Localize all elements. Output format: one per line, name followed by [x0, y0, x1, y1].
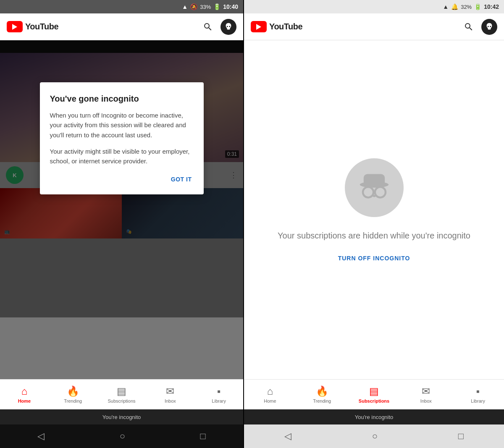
subscriptions-label: Subscriptions: [108, 398, 136, 403]
inbox-label: Inbox: [165, 398, 176, 403]
turn-off-incognito-button[interactable]: TURN OFF INCOGNITO: [338, 255, 410, 262]
right-nav-item-library[interactable]: ▪ Library: [452, 382, 504, 407]
right-library-label: Library: [471, 398, 485, 403]
search-button[interactable]: [202, 21, 214, 33]
right-incognito-avatar-button[interactable]: [481, 19, 497, 35]
svg-point-3: [490, 26, 491, 27]
svg-point-1: [229, 26, 230, 27]
svg-point-2: [488, 26, 489, 27]
got-it-button[interactable]: GOT IT: [169, 173, 194, 186]
yt-logo: YouTube: [7, 21, 58, 32]
incognito-avatar-button[interactable]: [220, 19, 236, 35]
left-incognito-bar: You're incognito: [0, 409, 243, 424]
home-button[interactable]: ○: [120, 431, 125, 442]
modal-actions: GOT IT: [50, 173, 194, 186]
trending-label: Trending: [64, 398, 82, 403]
right-nav-item-home[interactable]: ⌂ Home: [244, 382, 296, 407]
right-subscriptions-icon: ▤: [369, 385, 379, 397]
home-icon: ⌂: [21, 385, 28, 397]
left-bottom-nav: ⌂ Home 🔥 Trending ▤ Subscriptions ✉ Inbo…: [0, 379, 243, 409]
right-incognito-bar: You're incognito: [244, 409, 504, 424]
right-search-button[interactable]: [463, 21, 475, 33]
header-icons: [202, 19, 236, 35]
right-subscriptions-label: Subscriptions: [359, 398, 389, 403]
right-recents-button[interactable]: □: [458, 431, 464, 442]
right-library-icon: ▪: [476, 385, 480, 397]
right-wifi-icon: ▲: [443, 3, 449, 10]
subscriptions-icon: ▤: [117, 385, 126, 397]
battery-percent: 33%: [200, 4, 211, 10]
yt-logo-icon: [7, 21, 23, 32]
left-status-bar: ▲ 🔕 33% 🔋 10:40: [0, 0, 243, 13]
left-android-nav: ◁ ○ □: [0, 424, 243, 448]
modal-body-text-2: Your activity might still be visible to …: [50, 147, 194, 166]
nav-item-inbox[interactable]: ✉ Inbox: [146, 382, 194, 407]
status-time: 10:40: [223, 3, 238, 10]
back-button[interactable]: ◁: [37, 431, 45, 442]
left-incognito-text: You're incognito: [102, 414, 141, 420]
incognito-modal: You've gone incognito When you turn off …: [40, 82, 204, 194]
svg-point-6: [363, 187, 373, 197]
right-status-time: 10:42: [484, 3, 499, 10]
right-nav-item-trending[interactable]: 🔥 Trending: [296, 382, 348, 407]
right-nav-item-subscriptions[interactable]: ▤ Subscriptions: [348, 382, 400, 407]
nav-item-home[interactable]: ⌂ Home: [0, 382, 49, 407]
right-back-button[interactable]: ◁: [284, 431, 291, 442]
right-home-icon: ⌂: [267, 385, 273, 397]
svg-rect-5: [363, 174, 384, 186]
right-battery-icon: 🔋: [474, 3, 481, 10]
svg-point-9: [373, 195, 375, 197]
right-trending-label: Trending: [313, 398, 331, 403]
modal-body-text-1: When you turn off Incognito or become in…: [50, 110, 194, 140]
right-panel: ▲ 🔔 32% 🔋 10:42 YouTube: [244, 0, 504, 448]
right-incognito-text: You're incognito: [355, 414, 394, 420]
right-home-label: Home: [264, 398, 276, 403]
right-yt-logo-icon: [251, 21, 267, 32]
nav-item-trending[interactable]: 🔥 Trending: [49, 382, 97, 407]
right-home-button[interactable]: ○: [372, 431, 378, 442]
sim-icon: 🔕: [190, 3, 197, 10]
right-android-nav: ◁ ○ □: [244, 424, 504, 448]
right-trending-icon: 🔥: [316, 385, 328, 397]
nav-item-subscriptions[interactable]: ▤ Subscriptions: [97, 382, 146, 407]
right-yt-logo: YouTube: [251, 21, 302, 32]
home-label: Home: [18, 398, 31, 403]
library-label: Library: [212, 398, 226, 403]
right-status-bar: ▲ 🔔 32% 🔋 10:42: [244, 0, 504, 13]
modal-body: When you turn off Incognito or become in…: [50, 110, 194, 166]
inbox-icon: ✉: [166, 385, 174, 397]
right-main-content: Your subscriptions are hidden while you'…: [244, 40, 504, 379]
right-header-icons: [463, 19, 497, 35]
recents-button[interactable]: □: [200, 431, 205, 442]
modal-title: You've gone incognito: [50, 94, 194, 104]
svg-point-7: [375, 187, 385, 197]
left-content: 0:31 K ⋮ 📺 🎭: [0, 40, 243, 379]
right-header: YouTube: [244, 13, 504, 40]
incognito-big-icon: [345, 158, 404, 217]
subscriptions-hidden-text: Your subscriptions are hidden while you'…: [278, 230, 470, 241]
left-header: YouTube: [0, 13, 243, 40]
right-nav-item-inbox[interactable]: ✉ Inbox: [400, 382, 452, 407]
nav-item-library[interactable]: ▪ Library: [194, 382, 243, 407]
svg-point-0: [227, 26, 228, 27]
left-panel: ▲ 🔕 33% 🔋 10:40 YouTube: [0, 0, 243, 448]
modal-overlay: You've gone incognito When you turn off …: [0, 40, 243, 379]
right-sim-icon: 🔔: [451, 3, 458, 10]
right-inbox-icon: ✉: [422, 385, 430, 397]
right-bottom-nav: ⌂ Home 🔥 Trending ▤ Subscriptions ✉ Inbo…: [244, 379, 504, 409]
wifi-icon: ▲: [182, 3, 188, 10]
library-icon: ▪: [217, 385, 221, 397]
left-app-name: YouTube: [25, 22, 58, 31]
right-battery-percent: 32%: [461, 4, 472, 10]
right-inbox-label: Inbox: [420, 398, 432, 403]
battery-icon: 🔋: [213, 3, 220, 10]
right-app-name: YouTube: [269, 22, 302, 31]
trending-icon: 🔥: [67, 385, 79, 397]
